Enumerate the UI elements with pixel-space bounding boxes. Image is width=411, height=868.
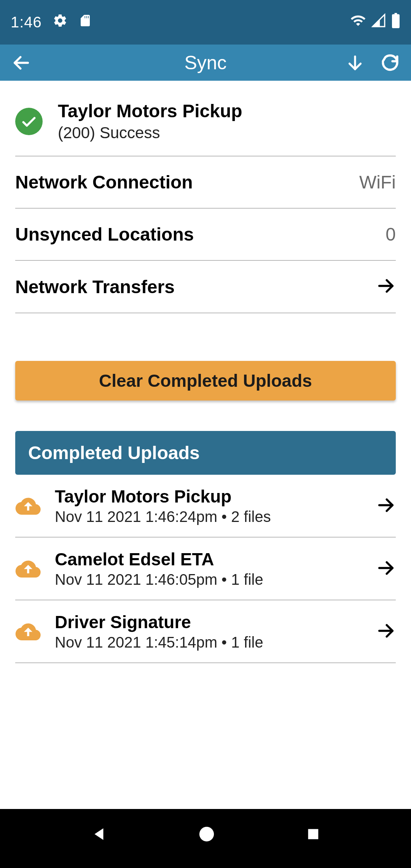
nav-home-button[interactable] xyxy=(198,825,215,844)
signal-icon xyxy=(371,13,386,31)
upload-row[interactable]: Taylor Motors Pickup Nov 11 2021 1:46:24… xyxy=(15,475,396,538)
page-title: Sync xyxy=(184,52,226,74)
nav-recents-button[interactable] xyxy=(306,827,321,843)
svg-rect-7 xyxy=(308,829,319,839)
sd-card-icon xyxy=(78,14,92,31)
system-status-bar: 1:46 xyxy=(0,0,411,45)
chevron-right-icon xyxy=(376,621,396,642)
wifi-icon xyxy=(350,13,366,32)
network-connection-label: Network Connection xyxy=(15,172,193,193)
upload-row[interactable]: Camelot Edsel ETA Nov 11 2021 1:46:05pm … xyxy=(15,538,396,600)
upload-title: Taylor Motors Pickup xyxy=(55,486,362,507)
clear-completed-uploads-button[interactable]: Clear Completed Uploads xyxy=(15,361,396,400)
network-transfers-row[interactable]: Network Transfers xyxy=(15,261,396,313)
network-connection-value: WiFi xyxy=(359,172,396,193)
network-connection-row: Network Connection WiFi xyxy=(15,156,396,209)
network-transfers-label: Network Transfers xyxy=(15,276,175,297)
chevron-right-icon xyxy=(376,276,396,297)
upload-subtitle: Nov 11 2021 1:45:14pm • 1 file xyxy=(55,634,362,651)
chevron-right-icon xyxy=(376,558,396,579)
settings-icon xyxy=(53,13,68,32)
completed-uploads-header: Completed Uploads xyxy=(15,431,396,475)
upload-title: Driver Signature xyxy=(55,612,362,632)
chevron-right-icon xyxy=(376,495,396,517)
unsynced-locations-value: 0 xyxy=(386,224,396,245)
refresh-button[interactable] xyxy=(381,53,400,72)
cloud-upload-icon xyxy=(15,621,41,642)
svg-point-6 xyxy=(199,827,214,841)
cloud-upload-icon xyxy=(15,558,41,579)
status-time: 1:46 xyxy=(11,14,42,31)
main-content: Taylor Motors Pickup (200) Success Netwo… xyxy=(0,81,411,809)
upload-row[interactable]: Driver Signature Nov 11 2021 1:45:14pm •… xyxy=(15,600,396,663)
battery-icon xyxy=(391,13,400,32)
app-bar: Sync xyxy=(0,45,411,81)
unsynced-locations-row: Unsynced Locations 0 xyxy=(15,209,396,261)
upload-subtitle: Nov 11 2021 1:46:05pm • 1 file xyxy=(55,571,362,588)
nav-back-button[interactable] xyxy=(90,825,108,844)
back-button[interactable] xyxy=(11,53,31,73)
sync-status-card: Taylor Motors Pickup (200) Success xyxy=(15,81,396,156)
cloud-upload-icon xyxy=(15,496,41,516)
sync-status-title: Taylor Motors Pickup xyxy=(58,101,242,121)
sync-status-subtitle: (200) Success xyxy=(58,124,242,142)
system-nav-bar xyxy=(0,809,411,868)
upload-title: Camelot Edsel ETA xyxy=(55,549,362,570)
success-icon xyxy=(15,108,43,135)
download-button[interactable] xyxy=(346,53,365,72)
unsynced-locations-label: Unsynced Locations xyxy=(15,224,194,245)
upload-subtitle: Nov 11 2021 1:46:24pm • 2 files xyxy=(55,508,362,525)
